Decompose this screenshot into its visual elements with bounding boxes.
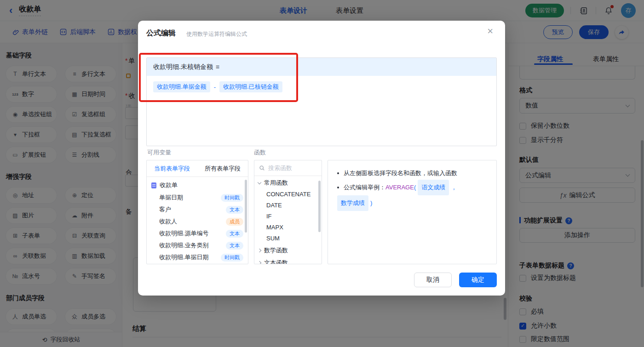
- formula-expression[interactable]: 收款明细.单据金额 - 收款明细.已核销金额: [147, 76, 496, 98]
- type-badge: 文本: [226, 242, 243, 250]
- function-item[interactable]: SUM: [254, 233, 322, 244]
- formula-edit-modal: 公式编辑 使用数学运算符编辑公式 × 收款明细.未核销金额 = 收款明细.单据金…: [138, 21, 505, 296]
- variable-row[interactable]: 收款明细.单据日期时间戳: [147, 251, 248, 263]
- variable-row[interactable]: 收款明细.源单编号文本: [147, 228, 248, 239]
- formula-target-row: 收款明细.未核销金额 =: [147, 58, 496, 76]
- function-item[interactable]: IF: [254, 210, 322, 222]
- function-group-math[interactable]: 数学函数: [254, 245, 322, 256]
- function-name: AVERAGE: [385, 181, 414, 194]
- confirm-button[interactable]: 确定: [459, 273, 497, 287]
- type-badge: 文本: [226, 206, 243, 214]
- tab-current-form-fields[interactable]: 当前表单字段: [147, 160, 197, 176]
- tips-panel: 从左侧面板选择字段名和函数，或输入函数 公式编辑举例： AVERAGE ( 语文…: [328, 160, 497, 264]
- variable-row[interactable]: 收款人成员: [147, 216, 248, 228]
- tip-line: 从左侧面板选择字段名和函数，或输入函数: [335, 167, 490, 180]
- type-badge: 文本: [226, 230, 243, 238]
- formula-editor[interactable]: 收款明细.未核销金额 = 收款明细.单据金额 - 收款明细.已核销金额: [146, 57, 497, 146]
- tree-root-form[interactable]: 收款单: [147, 179, 248, 192]
- functions-scrollbar[interactable]: [318, 181, 321, 232]
- search-placeholder: 搜索函数: [268, 164, 292, 172]
- function-item[interactable]: DATE: [254, 199, 322, 210]
- chevron-right-icon: [258, 261, 261, 264]
- example-field-chip: 数学成绩: [337, 195, 368, 211]
- variables-label: 可用变量: [147, 148, 171, 157]
- function-item[interactable]: CONCATENATE: [254, 188, 322, 199]
- modal-title: 公式编辑: [146, 28, 176, 38]
- functions-panel: 搜索函数 常用函数 CONCATENATE DATE IF MAPX SUM 数…: [254, 160, 322, 264]
- function-item[interactable]: MAPX: [254, 222, 322, 233]
- type-badge: 时间戳: [221, 254, 243, 262]
- cancel-button[interactable]: 取消: [414, 273, 452, 287]
- variable-row[interactable]: 收款明细.业务类别文本: [147, 239, 248, 251]
- modal-subtitle: 使用数学运算符编辑公式: [186, 30, 247, 38]
- field-token[interactable]: 收款明细.已核销金额: [219, 81, 282, 92]
- search-icon: [259, 165, 265, 171]
- form-doc-icon: [151, 182, 156, 188]
- close-icon[interactable]: ×: [487, 26, 493, 36]
- function-group-text[interactable]: 文本函数: [254, 257, 322, 264]
- variable-row[interactable]: 客户文本: [147, 204, 248, 216]
- function-group-common[interactable]: 常用函数: [254, 177, 322, 188]
- tab-all-form-fields[interactable]: 所有表单字段: [197, 160, 248, 176]
- bullet: [337, 187, 339, 188]
- example-field-chip: 语文成绩: [418, 180, 449, 195]
- field-token[interactable]: 收款明细.单据金额: [153, 81, 210, 92]
- function-search[interactable]: 搜索函数: [254, 160, 322, 176]
- type-badge: 成员: [226, 218, 243, 226]
- operator-token: -: [214, 84, 216, 91]
- functions-label: 函数: [254, 148, 266, 157]
- variables-panel: 当前表单字段 所有表单字段 收款单 单据日期时间戳 客户文本 收款人成员 收款明…: [146, 160, 248, 264]
- type-badge: 时间戳: [221, 194, 243, 202]
- chevron-right-icon: [258, 249, 261, 252]
- variable-row[interactable]: 单据日期时间戳: [147, 192, 248, 204]
- variables-scrollbar[interactable]: [245, 180, 247, 233]
- chevron-down-icon: [258, 180, 261, 184]
- bullet: [337, 172, 339, 174]
- tip-example: 公式编辑举例： AVERAGE ( 语文成绩 ， 数学成绩 ): [335, 180, 490, 211]
